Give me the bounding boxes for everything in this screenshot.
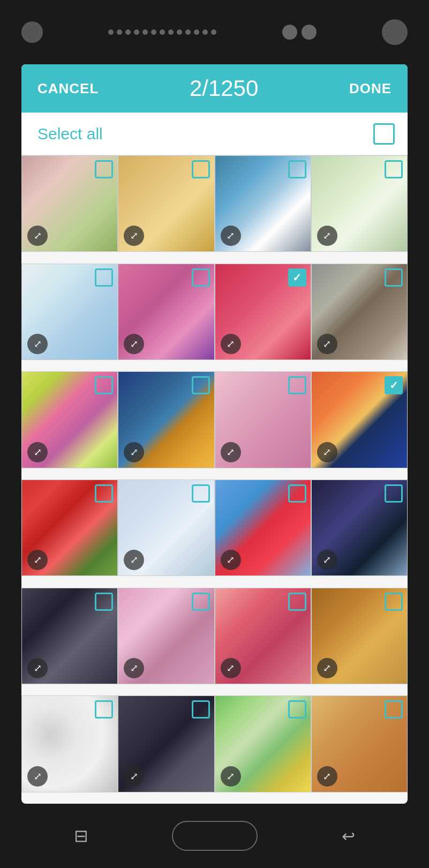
status-dot (211, 29, 216, 35)
photo-cell[interactable] (21, 264, 118, 360)
photo-checkbox[interactable] (288, 160, 306, 178)
photo-cell[interactable] (118, 155, 214, 252)
status-dot (168, 29, 174, 35)
expand-button[interactable] (317, 334, 337, 354)
photo-checkbox[interactable] (95, 160, 113, 178)
status-dot (185, 29, 191, 35)
expand-button[interactable] (124, 334, 144, 354)
select-all-checkbox[interactable] (373, 123, 395, 145)
photo-cell[interactable] (118, 695, 214, 792)
photo-cell[interactable] (215, 480, 311, 576)
expand-button[interactable] (221, 442, 241, 462)
photo-cell[interactable] (21, 695, 118, 792)
expand-button[interactable] (317, 766, 337, 787)
status-circle-left (21, 21, 43, 43)
status-dot (142, 29, 148, 35)
expand-button[interactable] (124, 766, 144, 787)
photo-checkbox[interactable] (385, 376, 403, 394)
expand-button[interactable] (221, 334, 241, 354)
status-dot (202, 29, 208, 35)
expand-button[interactable] (27, 550, 48, 570)
photo-cell[interactable] (311, 480, 408, 576)
photo-cell[interactable] (215, 155, 311, 252)
photo-checkbox[interactable] (288, 484, 306, 503)
expand-button[interactable] (221, 658, 241, 678)
photo-checkbox[interactable] (95, 700, 113, 719)
photo-cell[interactable] (118, 480, 214, 576)
photo-checkbox[interactable] (95, 593, 113, 611)
expand-button[interactable] (124, 658, 144, 678)
status-circle-right (382, 19, 408, 45)
select-all-label[interactable]: Select all (37, 125, 103, 143)
status-dot (160, 29, 165, 35)
expand-button[interactable] (317, 226, 337, 246)
status-pair-dot1 (282, 25, 297, 40)
header-bar: CANCEL 2/1250 DONE (21, 64, 408, 113)
photo-checkbox[interactable] (192, 700, 210, 719)
status-dot (151, 29, 156, 35)
photo-checkbox[interactable] (385, 268, 403, 287)
photo-cell[interactable] (118, 264, 214, 360)
photo-checkbox[interactable] (385, 160, 403, 178)
expand-button[interactable] (27, 442, 48, 462)
photo-checkbox[interactable] (192, 160, 210, 178)
expand-button[interactable] (221, 226, 241, 246)
expand-button[interactable] (221, 766, 241, 787)
photo-cell[interactable] (21, 588, 118, 684)
cancel-button[interactable]: CANCEL (37, 80, 99, 97)
photo-checkbox[interactable] (288, 700, 306, 719)
photo-checkbox[interactable] (385, 700, 403, 719)
photo-count: 2/1250 (190, 76, 258, 101)
photo-cell[interactable] (118, 588, 214, 684)
status-dot (134, 29, 139, 35)
home-button[interactable] (172, 821, 258, 851)
photo-checkbox[interactable] (192, 268, 210, 287)
expand-button[interactable] (27, 226, 48, 246)
photo-checkbox[interactable] (95, 376, 113, 394)
bottom-nav: ⊟ ↩ (0, 804, 429, 868)
expand-button[interactable] (317, 658, 337, 678)
status-dots (108, 29, 216, 35)
expand-button[interactable] (27, 334, 48, 354)
status-bar (0, 0, 429, 64)
photo-cell[interactable] (21, 371, 118, 468)
photo-cell[interactable] (215, 588, 311, 684)
photo-cell[interactable] (311, 264, 408, 360)
status-dot (117, 29, 122, 35)
expand-button[interactable] (221, 550, 241, 570)
status-dot (177, 29, 182, 35)
done-button[interactable]: DONE (349, 80, 392, 97)
menu-icon[interactable]: ⊟ (74, 826, 88, 846)
photo-cell[interactable] (215, 371, 311, 468)
expand-button[interactable] (124, 442, 144, 462)
photo-cell[interactable] (21, 155, 118, 252)
photo-checkbox[interactable] (288, 376, 306, 394)
status-dot (125, 29, 131, 35)
photo-checkbox[interactable] (385, 484, 403, 503)
photo-cell[interactable] (311, 371, 408, 468)
photo-cell[interactable] (311, 695, 408, 792)
photo-cell[interactable] (215, 695, 311, 792)
status-dot (194, 29, 199, 35)
select-all-bar: Select all (21, 113, 408, 155)
photo-checkbox[interactable] (95, 268, 113, 287)
photo-cell[interactable] (215, 264, 311, 360)
expand-button[interactable] (317, 550, 337, 570)
photo-cell[interactable] (311, 588, 408, 684)
status-pair (282, 25, 317, 40)
photo-checkbox[interactable] (192, 484, 210, 503)
main-container: CANCEL 2/1250 DONE Select all (21, 64, 408, 804)
expand-button[interactable] (27, 658, 48, 678)
photo-checkbox[interactable] (288, 268, 306, 287)
photo-cell[interactable] (21, 480, 118, 576)
photo-checkbox[interactable] (192, 376, 210, 394)
back-icon[interactable]: ↩ (342, 827, 355, 845)
expand-button[interactable] (317, 442, 337, 462)
photo-cell[interactable] (118, 371, 214, 468)
photo-cell[interactable] (311, 155, 408, 252)
photo-checkbox[interactable] (385, 593, 403, 611)
photo-checkbox[interactable] (288, 593, 306, 611)
photo-checkbox[interactable] (192, 593, 210, 611)
photo-checkbox[interactable] (95, 484, 113, 503)
expand-button[interactable] (27, 766, 48, 787)
